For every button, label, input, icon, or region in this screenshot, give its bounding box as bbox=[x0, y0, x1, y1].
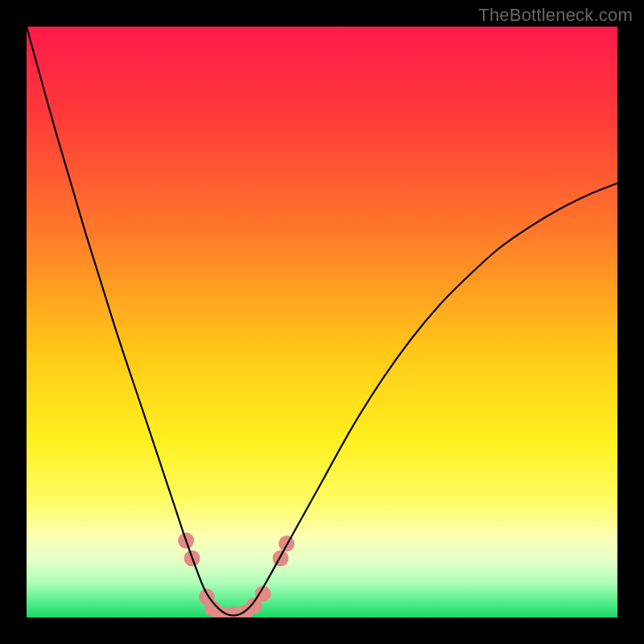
data-marker bbox=[273, 551, 289, 567]
watermark-text: TheBottleneck.com bbox=[478, 5, 633, 26]
chart-curve bbox=[27, 27, 617, 617]
plot-area bbox=[27, 27, 617, 617]
